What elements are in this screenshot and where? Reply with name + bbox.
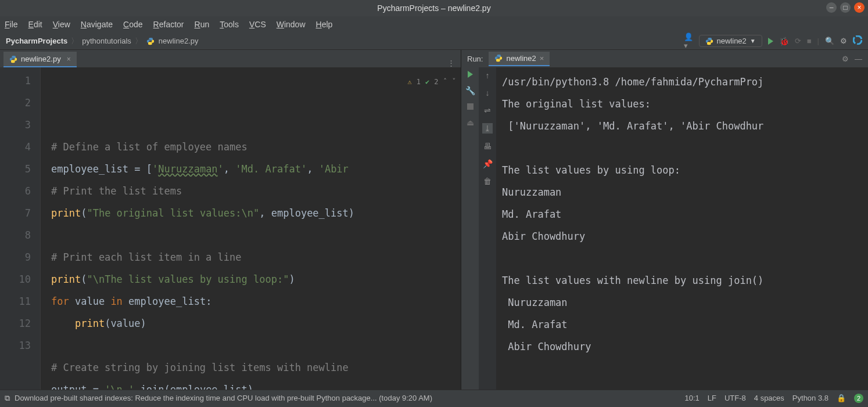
chevron-up-icon[interactable]: ˆ xyxy=(443,71,447,93)
down-icon[interactable]: ↓ xyxy=(486,88,490,98)
run-label: Run: xyxy=(467,55,483,63)
menu-navigate[interactable]: Navigate xyxy=(81,20,113,29)
run-tab[interactable]: newline2 × xyxy=(489,52,550,66)
wrench-icon[interactable]: 🔧 xyxy=(465,86,475,95)
main-content: newline2.py × ⋮ 12345678910111213 ⚠1 ✔2 … xyxy=(0,50,868,390)
run-body: 🔧 ⏏ ↑ ↓ ⇌ ⤓ 🖶 📌 🗑 /usr/bin/python3.8 /ho… xyxy=(461,67,868,390)
run-tab-label: newline2 xyxy=(506,54,536,63)
inspection-widget[interactable]: ⚠1 ✔2 ˆ ˇ xyxy=(408,71,456,93)
code-line[interactable] xyxy=(51,224,461,246)
python-file-icon xyxy=(146,37,155,46)
menu-code[interactable]: Code xyxy=(123,20,142,29)
code-area[interactable]: 12345678910111213 ⚠1 ✔2 ˆ ˇ # Define a l… xyxy=(0,67,461,390)
menu-edit[interactable]: Edit xyxy=(28,20,42,29)
pin-icon[interactable]: 📌 xyxy=(483,159,493,168)
run-config-name: newline2 xyxy=(717,37,747,45)
caret-position[interactable]: 10:1 xyxy=(684,394,699,402)
gutter: 12345678910111213 xyxy=(0,67,41,390)
chevron-down-icon: ▼ xyxy=(750,38,756,44)
code-line[interactable]: print(value) xyxy=(51,312,461,334)
editor-tab-label: newline2.py xyxy=(21,55,61,63)
softwrap-icon[interactable]: ⇌ xyxy=(484,106,491,115)
run-settings-icon[interactable]: ⚙ xyxy=(842,55,849,63)
settings-icon[interactable]: ⚙ xyxy=(840,37,847,45)
exit-icon[interactable]: ⏏ xyxy=(467,118,474,127)
menu-vcs[interactable]: VCS xyxy=(249,20,266,29)
menu-file[interactable]: File xyxy=(5,20,18,29)
menu-refactor[interactable]: Refactor xyxy=(153,20,184,29)
code-line[interactable] xyxy=(51,334,461,356)
close-run-tab-icon[interactable]: × xyxy=(540,54,544,63)
status-message[interactable]: Download pre-built shared indexes: Reduc… xyxy=(15,394,432,402)
tool-window-icon[interactable]: ⧉ xyxy=(5,394,10,403)
chevron-down-icon[interactable]: ˇ xyxy=(452,71,456,93)
menu-view[interactable]: View xyxy=(53,20,70,29)
close-tab-icon[interactable]: × xyxy=(67,55,71,63)
lock-icon[interactable]: 🔒 xyxy=(837,394,846,402)
code-line[interactable]: print("\nThe list values by using loop:"… xyxy=(51,268,461,290)
editor-pane: newline2.py × ⋮ 12345678910111213 ⚠1 ✔2 … xyxy=(0,50,461,390)
check-icon: ✔ xyxy=(425,71,429,93)
code-line[interactable]: print("The original list values:\n", emp… xyxy=(51,202,461,224)
window-title: PycharmProjects – newline2.py xyxy=(5,3,863,13)
code-lines[interactable]: ⚠1 ✔2 ˆ ˇ # Define a list of employee na… xyxy=(41,67,461,390)
code-line[interactable]: # Print each list item in a line xyxy=(51,246,461,268)
breadcrumb-file[interactable]: newline2.py xyxy=(159,37,199,45)
stop-icon[interactable] xyxy=(467,103,474,110)
code-line[interactable]: output = '\n '.join(employee_list) xyxy=(51,379,461,390)
menubar: FileEditViewNavigateCodeRefactorRunTools… xyxy=(0,16,868,33)
breadcrumb-folder[interactable]: pythontutorials xyxy=(82,37,131,45)
user-icon[interactable]: 👤▾ xyxy=(684,37,693,46)
menu-tools[interactable]: Tools xyxy=(220,20,239,29)
minimize-button[interactable]: – xyxy=(826,2,837,13)
warning-icon: ⚠ xyxy=(408,71,412,93)
svg-point-0 xyxy=(853,36,862,44)
run-toolbar-left: 🔧 ⏏ xyxy=(461,67,479,390)
editor-tabbar: newline2.py × ⋮ xyxy=(0,50,461,67)
trash-icon[interactable]: 🗑 xyxy=(483,177,492,186)
up-icon[interactable]: ↑ xyxy=(486,71,490,80)
close-button[interactable]: × xyxy=(854,2,865,13)
menu-window[interactable]: Window xyxy=(277,20,306,29)
notification-badge[interactable]: 2 xyxy=(854,394,863,403)
rerun-icon[interactable] xyxy=(468,71,473,78)
interpreter[interactable]: Python 3.8 xyxy=(792,394,828,402)
titlebar: PycharmProjects – newline2.py – □ × xyxy=(0,0,868,16)
maximize-button[interactable]: □ xyxy=(840,2,851,13)
code-line[interactable]: # Define a list of employee names xyxy=(51,136,461,158)
file-encoding[interactable]: UTF-8 xyxy=(724,394,746,402)
search-icon[interactable]: 🔍 xyxy=(825,37,834,45)
run-toolbar-right: ↑ ↓ ⇌ ⤓ 🖶 📌 🗑 xyxy=(479,67,496,390)
code-line[interactable]: # Print the list items xyxy=(51,180,461,202)
editor-tab-more[interactable]: ⋮ xyxy=(442,59,461,67)
code-line[interactable]: employee_list = ['Nuruzzaman', 'Md. Araf… xyxy=(51,158,461,180)
hide-panel-icon[interactable]: — xyxy=(855,55,862,63)
code-line[interactable]: for value in employee_list: xyxy=(51,290,461,312)
coverage-button[interactable]: ⟳ xyxy=(795,37,801,45)
menu-help[interactable]: Help xyxy=(316,20,333,29)
run-header: Run: newline2 × ⚙ — xyxy=(461,50,868,67)
menu-run[interactable]: Run xyxy=(195,20,210,29)
line-separator[interactable]: LF xyxy=(708,394,716,402)
jetbrains-icon[interactable] xyxy=(853,35,862,46)
run-button[interactable] xyxy=(768,38,773,45)
console-output[interactable]: /usr/bin/python3.8 /home/fahmida/Pycharm… xyxy=(496,67,868,390)
stop-button[interactable]: ■ xyxy=(807,37,812,45)
breadcrumb-root[interactable]: PycharmProjects xyxy=(6,37,67,45)
scroll-icon[interactable]: ⤓ xyxy=(482,123,493,134)
code-line[interactable]: # Create string by joining list items wi… xyxy=(51,356,461,379)
editor-tab[interactable]: newline2.py × xyxy=(3,52,77,67)
breadcrumb: PycharmProjects 〉 pythontutorials 〉 newl… xyxy=(6,36,198,46)
run-config-selector[interactable]: newline2 ▼ xyxy=(699,35,762,47)
statusbar: ⧉ Download pre-built shared indexes: Red… xyxy=(0,390,868,406)
debug-button[interactable]: 🐞 xyxy=(779,37,789,46)
navbar: PycharmProjects 〉 pythontutorials 〉 newl… xyxy=(0,33,868,50)
run-panel: Run: newline2 × ⚙ — 🔧 ⏏ ↑ ↓ ⇌ ⤓ 🖶 xyxy=(461,50,868,390)
print-icon[interactable]: 🖶 xyxy=(483,142,492,151)
indent-setting[interactable]: 4 spaces xyxy=(754,394,784,402)
